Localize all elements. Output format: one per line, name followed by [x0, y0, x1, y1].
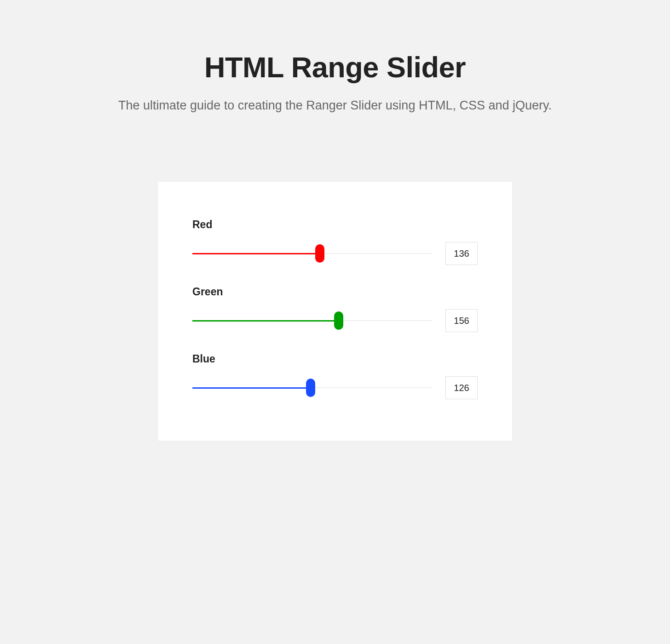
- green-thumb[interactable]: [334, 311, 343, 330]
- slider-group-green: Green 156: [192, 286, 478, 332]
- red-track-fill: [192, 253, 320, 254]
- slider-group-red: Red 136: [192, 218, 478, 265]
- green-track-fill: [192, 320, 339, 322]
- green-slider[interactable]: [192, 311, 432, 330]
- slider-card: Red 136 Green 156: [158, 182, 512, 441]
- page-title: HTML Range Slider: [0, 51, 670, 84]
- blue-value-input[interactable]: 126: [445, 376, 478, 399]
- red-label: Red: [192, 218, 478, 231]
- blue-track-fill: [192, 387, 311, 389]
- green-value-input[interactable]: 156: [445, 309, 478, 332]
- slider-group-blue: Blue 126: [192, 353, 478, 399]
- blue-slider[interactable]: [192, 379, 432, 397]
- green-label: Green: [192, 286, 478, 298]
- red-slider[interactable]: [192, 244, 432, 263]
- blue-thumb[interactable]: [306, 379, 315, 397]
- red-value-input[interactable]: 136: [445, 242, 478, 265]
- page-subtitle: The ultimate guide to creating the Range…: [0, 98, 670, 113]
- blue-label: Blue: [192, 353, 478, 365]
- red-thumb[interactable]: [315, 244, 324, 263]
